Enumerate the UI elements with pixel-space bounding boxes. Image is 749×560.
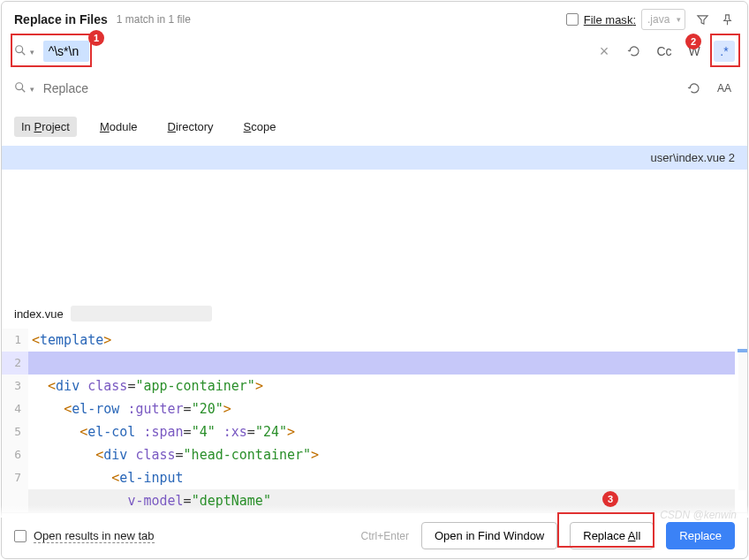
annotation-badge-2: 2 — [685, 34, 701, 49]
tab-in-project[interactable]: In Project — [14, 117, 77, 137]
filemask-value: .java — [647, 13, 670, 26]
code-preview[interactable]: 1<template> 2 3 <div class="app-containe… — [2, 329, 747, 512]
header: Replace in Files 1 match in 1 file File … — [2, 2, 747, 37]
history-icon[interactable] — [624, 41, 645, 62]
search-icon: ▾ — [14, 44, 34, 59]
line-number — [2, 489, 28, 512]
tab-module[interactable]: Module — [93, 117, 145, 137]
preview-filename: index.vue — [14, 307, 64, 321]
search-input[interactable] — [43, 41, 89, 62]
svg-point-0 — [16, 45, 23, 52]
open-in-new-tab[interactable]: Open results in new tab — [14, 529, 155, 543]
line-number: 5 — [2, 420, 28, 443]
annotation-badge-1: 1 — [88, 30, 104, 46]
svg-line-1 — [22, 51, 26, 55]
tab-scope[interactable]: Scope — [237, 117, 284, 137]
line-number: 2 — [2, 352, 28, 375]
pin-icon[interactable] — [719, 11, 735, 27]
annotation-badge-3: 3 — [602, 491, 618, 507]
search-icon: ▾ — [14, 81, 34, 96]
replace-input[interactable] — [43, 76, 675, 101]
regex-toggle[interactable]: .* — [714, 41, 735, 62]
line-number: 1 — [2, 329, 28, 352]
clear-icon[interactable]: × — [594, 41, 615, 62]
svg-line-3 — [22, 88, 26, 92]
replace-row: ▾ AA — [2, 71, 747, 111]
open-tab-label: Open results in new tab — [34, 529, 155, 543]
watermark: CSDN @kenwin — [660, 509, 737, 521]
preserve-case-toggle[interactable]: AA — [714, 78, 735, 99]
replace-all-button[interactable]: Replace All — [570, 522, 654, 549]
scroll-marker — [738, 349, 747, 352]
tab-directory[interactable]: Directory — [161, 117, 221, 137]
filemask-checkbox[interactable] — [566, 13, 579, 26]
open-tab-checkbox[interactable] — [14, 530, 26, 542]
match-count: 1 match in 1 file — [117, 13, 191, 26]
match-case-toggle[interactable]: Cc — [654, 41, 675, 62]
preview-path-blur — [71, 306, 212, 322]
shortcut-hint: Ctrl+Enter — [361, 530, 409, 542]
line-number: 4 — [2, 397, 28, 420]
scope-tabs: In Project Module Directory Scope — [2, 111, 747, 146]
search-row: ▾ × Cc W .* — [2, 37, 747, 71]
replace-button[interactable]: Replace — [666, 522, 735, 549]
filemask-input[interactable]: .java ▾ — [641, 9, 685, 30]
preview-filename-row: index.vue — [2, 299, 747, 329]
dialog-title: Replace in Files — [14, 12, 108, 26]
filemask-group: File mask: .java ▾ — [566, 9, 685, 30]
open-in-find-window-button[interactable]: Open in Find Window — [421, 522, 557, 549]
result-path: user\index.vue 2 — [651, 151, 735, 164]
svg-point-2 — [16, 82, 23, 89]
filter-icon[interactable] — [694, 11, 710, 27]
history-icon[interactable] — [684, 78, 705, 99]
line-number: 3 — [2, 375, 28, 397]
line-number: 6 — [2, 443, 28, 466]
result-row[interactable]: user\index.vue 2 — [2, 146, 747, 170]
scrollbar[interactable] — [738, 349, 747, 490]
footer: Open results in new tab Ctrl+Enter Open … — [2, 512, 747, 558]
filemask-label: File mask: — [584, 13, 636, 26]
chevron-down-icon: ▾ — [677, 15, 681, 24]
line-number: 7 — [2, 466, 28, 489]
